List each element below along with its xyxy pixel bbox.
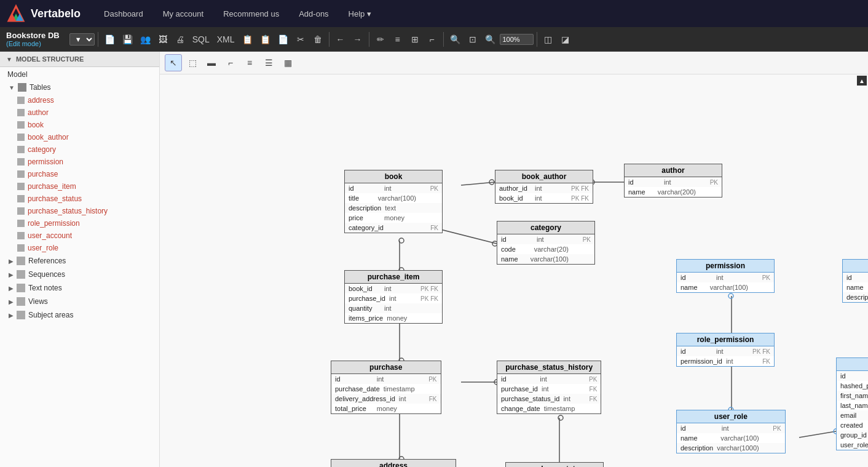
list-btn[interactable]: ≡ (390, 31, 406, 48)
table-row: emailvarchar(254) (837, 410, 868, 420)
db-table-purchase_status[interactable]: purchase_statusidintPKcodevarchar(20)nam… (505, 462, 604, 467)
sidebar-collapse-icon[interactable]: ▼ (6, 56, 12, 63)
table-row: group_idintFK (837, 430, 868, 440)
tables-expand-icon: ▼ (9, 84, 15, 91)
group-icon (17, 311, 25, 319)
table-row: change_datetimestamp (497, 404, 601, 413)
sidebar-item-purchase_status_history[interactable]: purchase_status_history (0, 205, 159, 217)
xml-btn[interactable]: XML (214, 31, 238, 48)
print-btn[interactable]: 🖨 (172, 31, 188, 48)
db-table-user_account[interactable]: user_accountidintPKhashed_passwordvarcha… (836, 357, 868, 450)
sidebar-item-purchase_item[interactable]: purchase_item (0, 180, 159, 193)
db-table-address[interactable]: addressidintPKaddress_line_1varchar(256)… (331, 459, 456, 467)
db-table-group[interactable]: groupidintPKnamevarchar(100)descriptionv… (842, 259, 868, 303)
panel-left-btn[interactable]: ◫ (540, 31, 556, 48)
db-table-category[interactable]: categoryidintPKcodevarchar(20)namevarcha… (497, 221, 595, 265)
sql-btn[interactable]: SQL (189, 31, 213, 48)
tool-list[interactable]: ≡ (241, 54, 258, 71)
db-table-purchase_status_history[interactable]: purchase_status_historyidintPKpurchase_i… (497, 361, 601, 414)
sidebar-header: ▼ MODEL STRUCTURE (0, 52, 159, 67)
table-row: purchase_idintPK FK (345, 293, 442, 303)
group-icon (17, 297, 25, 306)
nav-help[interactable]: Help ▾ (340, 4, 380, 23)
sidebar-item-permission[interactable]: permission (0, 156, 159, 168)
fit-btn[interactable]: ⊡ (465, 31, 481, 48)
format-btn[interactable]: ⊞ (407, 31, 423, 48)
table-row: namevarchar(200) (625, 187, 722, 197)
nav-dashboard[interactable]: Dashboard (95, 4, 152, 23)
sidebar-item-user_account[interactable]: user_account (0, 230, 159, 242)
nav-addons[interactable]: Add-ons (290, 4, 337, 23)
sidebar-group-views[interactable]: ▶ Views (0, 295, 159, 308)
table-row: author_idintPK FK (495, 183, 593, 193)
doc2-btn[interactable]: 📋 (239, 31, 256, 48)
zoom-out-btn[interactable]: 🔍 (447, 31, 464, 48)
db-table-purchase_item[interactable]: purchase_itembook_idintPK FKpurchase_idi… (344, 270, 443, 324)
table-row: descriptionvarchar(1000) (677, 443, 785, 453)
tool-relation[interactable]: ⌐ (222, 54, 239, 71)
share-btn[interactable]: 👥 (137, 31, 154, 48)
tool-note[interactable]: ☰ (260, 54, 277, 71)
sidebar-tables-group[interactable]: ▼ Tables (0, 81, 159, 94)
nav-recommend[interactable]: Recommend us (215, 4, 288, 23)
sidebar-item-book_author[interactable]: book_author (0, 131, 159, 143)
canvas: bookidintPKtitlevarchar(100)descriptiont… (160, 74, 868, 467)
db-table-author[interactable]: authoridintPKnamevarchar(200) (624, 164, 722, 198)
groups-list: ▶ References▶ Sequences▶ Text notes▶ Vie… (0, 254, 159, 322)
db-table-role_permission[interactable]: role_permissionidintPK FKpermission_idin… (676, 333, 775, 367)
edit-mode-label[interactable]: (Edit mode) (6, 40, 60, 47)
logo[interactable]: Vertabelo (6, 4, 81, 23)
db-table-book[interactable]: bookidintPKtitlevarchar(100)descriptiont… (344, 170, 443, 233)
delete-btn[interactable]: 🗑 (310, 31, 326, 48)
sidebar-group-text-notes[interactable]: ▶ Text notes (0, 281, 159, 295)
table-header-book_author: book_author (495, 170, 593, 183)
sidebar-header-label: MODEL STRUCTURE (16, 55, 84, 63)
zoom-input[interactable]: 100% (500, 34, 534, 45)
sidebar-group-references[interactable]: ▶ References (0, 254, 159, 268)
table-icon (17, 195, 25, 202)
redo-btn[interactable]: → (350, 31, 366, 48)
tool-subject[interactable]: ▦ (279, 54, 296, 71)
table-row: idintPK (625, 177, 722, 187)
group-icon (17, 284, 25, 292)
db-table-user_role[interactable]: user_roleidintPKnamevarchar(100)descript… (676, 410, 786, 453)
table-row: namevarchar(100) (843, 282, 868, 292)
paste-btn[interactable]: 📄 (275, 31, 291, 48)
undo-btn[interactable]: ← (333, 31, 349, 48)
zoom-in-btn[interactable]: 🔍 (482, 31, 499, 48)
sidebar-item-role_permission[interactable]: role_permission (0, 217, 159, 230)
db-table-purchase[interactable]: purchaseidintPKpurchase_datetimestampdel… (331, 361, 441, 414)
edit-btn[interactable]: ✏ (373, 31, 389, 48)
sidebar-item-address[interactable]: address (0, 94, 159, 106)
sidebar-item-user_role[interactable]: user_role (0, 242, 159, 254)
sidebar-item-author[interactable]: author (0, 106, 159, 119)
sidebar-item-purchase_status[interactable]: purchase_status (0, 193, 159, 205)
sidebar-item-book[interactable]: book (0, 119, 159, 131)
sidebar-group-sequences[interactable]: ▶ Sequences (0, 268, 159, 281)
db-dropdown[interactable]: ▼ (69, 33, 95, 46)
panel-right-btn[interactable]: ◪ (558, 31, 574, 48)
tool-select[interactable]: ↖ (165, 54, 182, 71)
sidebar-item-purchase[interactable]: purchase (0, 168, 159, 180)
canvas-wrapper[interactable]: ▲ bookidintPKtitlevarchar(100)descriptio… (160, 74, 868, 467)
table-icon (17, 146, 25, 153)
table-icon (17, 244, 25, 252)
copy-btn[interactable]: 📋 (257, 31, 274, 48)
tables-icon (18, 83, 26, 92)
group-expand-icon: ▶ (9, 312, 14, 319)
tool-area-select[interactable]: ⬚ (184, 54, 201, 71)
cut-btn[interactable]: ✂ (293, 31, 309, 48)
table-row: createdtimestamp (837, 420, 868, 430)
tool-table[interactable]: ▬ (203, 54, 220, 71)
png-btn[interactable]: 🖼 (155, 31, 171, 48)
sidebar-item-category[interactable]: category (0, 143, 159, 156)
group-expand-icon: ▶ (9, 285, 14, 292)
corner-btn[interactable]: ⌐ (424, 31, 440, 48)
group-expand-icon: ▶ (9, 298, 14, 305)
db-table-book_author[interactable]: book_authorauthor_idintPK FKbook_idintPK… (495, 170, 593, 204)
new-model-btn[interactable]: 📄 (101, 31, 118, 48)
sidebar-group-subject-areas[interactable]: ▶ Subject areas (0, 308, 159, 322)
db-table-permission[interactable]: permissionidintPKnamevarchar(100) (676, 259, 775, 293)
nav-my-account[interactable]: My account (154, 4, 212, 23)
save-btn[interactable]: 💾 (119, 31, 136, 48)
